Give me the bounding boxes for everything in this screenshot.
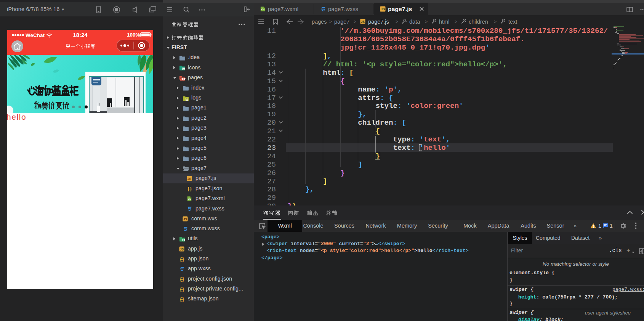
svg-text:JS: JS (381, 7, 385, 11)
svg-text:{: { (180, 297, 182, 302)
svg-text:}: } (190, 186, 192, 191)
svg-text:JS: JS (180, 247, 184, 251)
svg-text:}: } (182, 286, 184, 292)
svg-text:JS: JS (183, 217, 187, 221)
svg-text:}: } (182, 276, 184, 282)
svg-text:}: } (182, 297, 184, 302)
svg-text:{: { (187, 186, 189, 191)
svg-text:{: { (180, 286, 182, 292)
svg-text:<>: <> (188, 198, 191, 201)
svg-text:JS: JS (361, 20, 365, 24)
svg-text:}: } (182, 256, 184, 262)
svg-text:{: { (180, 256, 182, 262)
svg-text:JS: JS (187, 177, 192, 181)
svg-text:<>: <> (261, 8, 264, 11)
svg-text:{: { (180, 276, 182, 282)
